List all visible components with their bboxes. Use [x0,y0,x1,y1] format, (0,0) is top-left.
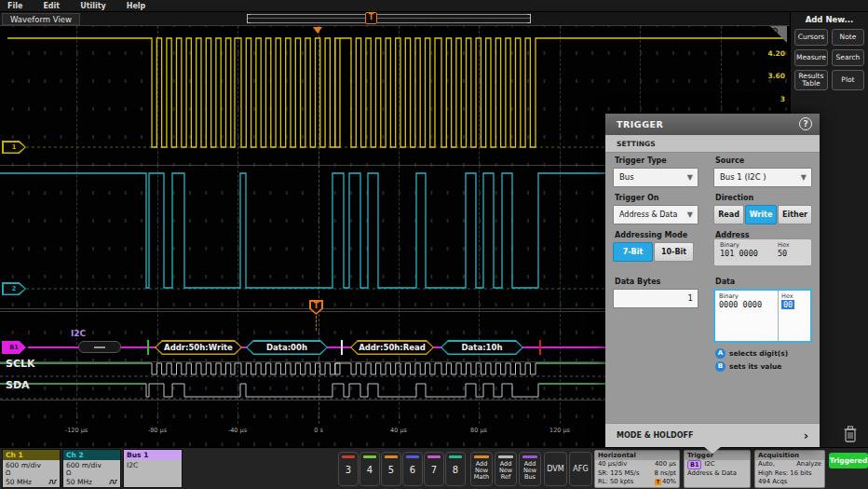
channel-color-stripe [342,455,355,458]
horizontal-scale: 40 µs/div [598,460,627,469]
add-new-measure-button[interactable]: Measure [794,49,828,66]
minimap-right-bracket[interactable] [527,14,531,23]
menu-item-help[interactable]: Help [127,2,146,10]
channel-button-6[interactable]: 6 [402,452,423,486]
acquisition-info-panel[interactable]: Acquisition Auto,Analyze High Res: 16 bi… [754,450,825,488]
data-bytes-input[interactable]: 1 [613,289,698,308]
tab-settings[interactable]: SETTINGS [605,135,820,153]
trigger-bus: I2C [704,460,714,469]
channel-button-7[interactable]: 7 [424,452,444,486]
data-binary-value[interactable]: 0000 0000 [719,300,778,309]
sample-rate: SR: 125 MS/s [598,469,639,479]
channel-badge-ch2[interactable]: Ch 2600 m/divΩ50 MHz [62,449,121,488]
address-hex-value[interactable]: 50 [778,249,811,258]
add-button-label: Add New Math [471,461,492,481]
data-hex-label: Hex [781,292,810,300]
channel-bandwidth: 50 MHz [66,478,92,486]
trash-icon[interactable] [842,425,859,443]
bus-handle[interactable] [78,341,121,353]
trigger-panel-title[interactable]: TRIGGER [605,114,820,135]
ch1-reference-marker[interactable]: 1 [2,141,26,154]
channel-scale: 600 m/div [6,461,57,469]
add-new-math-button[interactable]: Add New Math [470,452,493,486]
time-label: 120 µs [549,427,570,434]
knob-a-hint-text: selects digit(s) [729,349,788,358]
add-button-label: Add New Bus [520,461,540,481]
tab-waveform-view[interactable]: Waveform View [2,13,80,25]
menu-item-edit[interactable]: Edit [43,2,60,10]
b1-badge: B1 [687,460,701,469]
dvm-button[interactable]: DVM [544,452,567,486]
add-new-plot-button[interactable]: Plot [832,70,864,90]
add-new-search-button[interactable]: Search [832,49,864,66]
scale-label: 4.20 [748,49,785,58]
time-label: -120 µs [65,427,88,434]
trigger-on-dropdown[interactable]: Address & Data ▼ [613,205,698,224]
address-value-box[interactable]: Binary 101 0000 Hex 50 [713,238,812,266]
menu-bar: FileEditUtilityHelp [0,0,868,12]
bus-packet-data: Data:00h [246,340,328,355]
horizontal-info-panel[interactable]: Horizontal 40 µs/div400 µs SR: 125 MS/s8… [594,450,680,488]
termination-icon: Ω [66,469,117,478]
channel-scale: 600 m/div [66,461,117,469]
sample-interval: 8 ns/pt [654,469,676,479]
horizontal-position-minimap[interactable]: T [247,14,531,23]
addressing-mode-label: Addressing Mode [615,231,687,239]
menu-item-utility[interactable]: Utility [80,2,106,10]
channel-button-5[interactable]: 5 [381,452,401,486]
trigger-position-flag[interactable]: T [309,300,323,315]
direction-option-write[interactable]: Write [745,205,777,224]
channel-badge-ch1[interactable]: Ch 1600 m/divΩ50 MHz [2,449,61,488]
help-icon[interactable]: ? [799,117,812,130]
channel-number: 8 [446,465,465,475]
acq-count: 494 Acqs [758,478,787,487]
addressing-option-10-bit[interactable]: 10-Bit [654,242,694,262]
channel-color-stripe [427,455,441,458]
add-new-buttons: CursorsNoteMeasureSearchResults TablePlo… [791,24,868,95]
minimap-left-bracket[interactable] [247,14,251,23]
data-bytes-label: Data Bytes [615,278,660,286]
add-new-cursors-button[interactable]: Cursors [794,29,828,46]
add-new-bus-button[interactable]: Add New Bus [519,452,541,486]
channel-button-8[interactable]: 8 [445,452,466,486]
afg-button[interactable]: AFG [569,452,592,486]
ch2-reference-marker[interactable]: 2 [2,282,26,295]
time-label: -80 µs [148,427,167,434]
data-binary-label: Binary [719,292,778,300]
horizontal-window: 400 µs [655,460,676,469]
minimap-trigger-marker[interactable]: T [365,12,377,24]
data-value-box[interactable]: Binary 0000 0000 Hex 00 [713,289,812,343]
mode-holdoff-section[interactable]: MODE & HOLDOFF › [605,423,820,447]
channel-button-4[interactable]: 4 [359,452,380,486]
direction-option-read[interactable]: Read [713,205,744,224]
bus-badge-bus1[interactable]: Bus 1I2C [123,449,183,488]
triggered-status-badge: Triggered [829,453,868,469]
menu-item-file[interactable]: File [7,2,22,10]
channel-number: 4 [360,465,379,475]
horizontal-title: Horizontal [595,451,679,460]
channel-button-3[interactable]: 3 [338,452,359,486]
trigger-info-panel[interactable]: Trigger B1I2C Address & Data [684,450,751,488]
source-dropdown[interactable]: Bus 1 (I2C ) ▼ [713,168,812,187]
address-binary-value[interactable]: 101 0000 [720,249,776,258]
channel-number: 5 [382,465,400,475]
addressing-option-7-bit[interactable]: 7-Bit [613,242,653,262]
trigger-settings-panel: TRIGGER ? SETTINGS Trigger Type Bus ▼ So… [605,114,820,447]
channel-badge-body: 600 m/divΩ50 MHz [63,460,120,487]
badge-color-stripe [498,455,513,458]
address-binary-label: Binary [720,241,776,249]
knob-a-icon: A [715,348,726,359]
channel-number: 3 [339,465,358,475]
add-new-ref-button[interactable]: Add New Ref [495,452,517,486]
oscilloscope-app: FileEditUtilityHelp Waveform View T 4.20… [0,0,868,489]
data-hex-value[interactable]: 00 [781,300,794,309]
bus1-reference-marker[interactable]: B1 [2,341,26,354]
direction-option-either[interactable]: Either [778,205,812,224]
expansion-point-marker[interactable] [313,27,322,34]
mode-holdoff-label: MODE & HOLDOFF [617,431,693,440]
trigger-type-dropdown[interactable]: Bus ▼ [613,168,698,187]
bus-packet-data: Data:10h [441,340,523,355]
add-new-results-table-button[interactable]: Results Table [794,70,828,90]
bus-badge-header: Bus 1 [124,450,182,460]
add-new-note-button[interactable]: Note [832,29,864,46]
